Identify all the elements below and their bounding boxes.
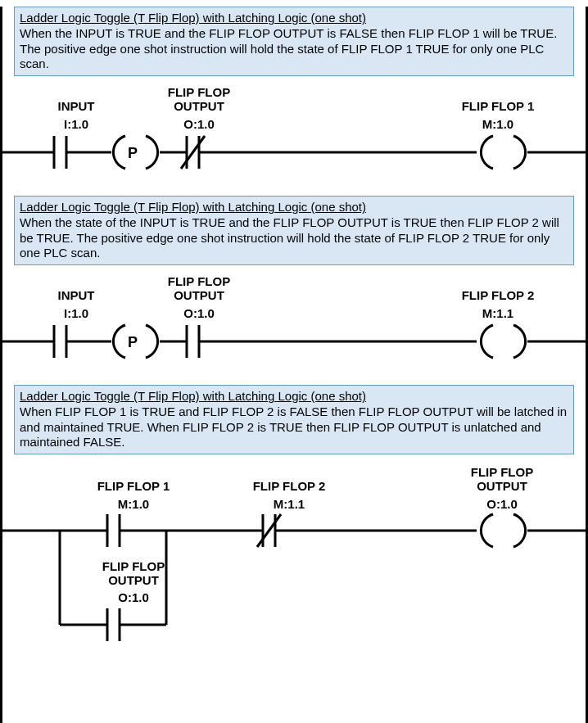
rung1: INPUT I:1.0 FLIP FLOP OUTPUT O:1.0 FLIP … bbox=[2, 83, 586, 189]
rung1-comment: Ladder Logic Toggle (T Flip Flop) with L… bbox=[14, 7, 574, 76]
ladder-diagram: Ladder Logic Toggle (T Flip Flop) with L… bbox=[0, 7, 588, 723]
one-shot-p-letter-2: P bbox=[128, 334, 138, 350]
rung3-comment: Ladder Logic Toggle (T Flip Flop) with L… bbox=[14, 385, 574, 454]
rung2-comment: Ladder Logic Toggle (T Flip Flop) with L… bbox=[14, 196, 574, 265]
rung3-svg bbox=[2, 461, 586, 649]
one-shot-p-letter: P bbox=[128, 145, 138, 161]
rung2-body: When the state of the INPUT is TRUE and … bbox=[20, 215, 568, 261]
rung1-title: Ladder Logic Toggle (T Flip Flop) with L… bbox=[20, 11, 568, 26]
rung1-svg: P bbox=[2, 83, 586, 189]
rung2-title: Ladder Logic Toggle (T Flip Flop) with L… bbox=[20, 200, 568, 215]
rung2: INPUT I:1.0 FLIP FLOP OUTPUT O:1.0 FLIP … bbox=[2, 272, 586, 378]
rung1-body: When the INPUT is TRUE and the FLIP FLOP… bbox=[20, 26, 568, 72]
rung3-body: When FLIP FLOP 1 is TRUE and FLIP FLOP 2… bbox=[20, 404, 568, 450]
rung3-title: Ladder Logic Toggle (T Flip Flop) with L… bbox=[20, 389, 568, 404]
rung2-svg: P bbox=[2, 272, 586, 378]
rung3: FLIP FLOP 1 M:1.0 FLIP FLOP 2 M:1.1 FLIP… bbox=[2, 461, 586, 649]
